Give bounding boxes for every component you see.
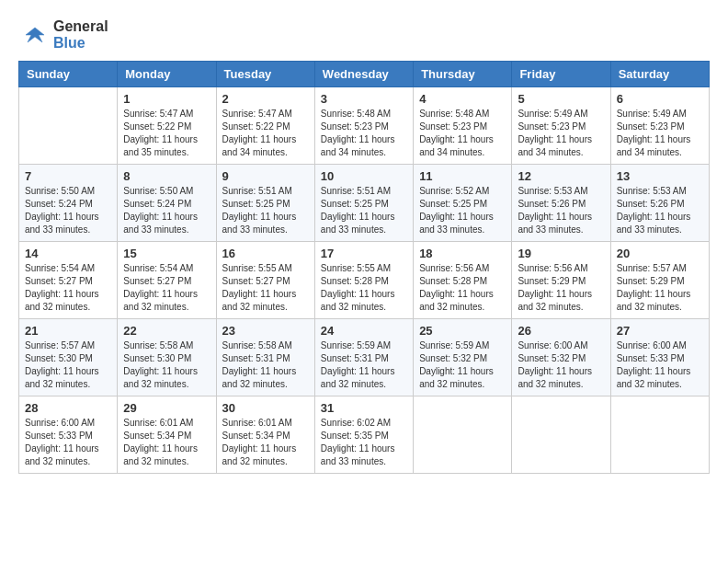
calendar-cell: 1Sunrise: 5:47 AMSunset: 5:22 PMDaylight… (118, 87, 216, 165)
day-number: 14 (25, 247, 111, 260)
day-number: 31 (321, 401, 407, 415)
day-info: Sunrise: 5:57 AMSunset: 5:29 PMDaylight:… (617, 262, 703, 314)
calendar-cell: 30Sunrise: 6:01 AMSunset: 5:34 PMDayligh… (216, 396, 314, 474)
calendar-cell: 3Sunrise: 5:48 AMSunset: 5:23 PMDaylight… (314, 87, 413, 165)
day-number: 26 (518, 324, 604, 338)
calendar-week-row: 7Sunrise: 5:50 AMSunset: 5:24 PMDaylight… (19, 165, 710, 242)
calendar-week-row: 14Sunrise: 5:54 AMSunset: 5:27 PMDayligh… (19, 242, 710, 319)
calendar-cell: 20Sunrise: 5:57 AMSunset: 5:29 PMDayligh… (610, 242, 709, 319)
day-info: Sunrise: 5:58 AMSunset: 5:30 PMDaylight:… (123, 339, 210, 391)
day-number: 23 (222, 324, 309, 338)
logo-general: General (53, 18, 108, 35)
calendar-cell: 15Sunrise: 5:54 AMSunset: 5:27 PMDayligh… (118, 242, 216, 319)
day-number: 13 (617, 169, 703, 183)
day-info: Sunrise: 5:52 AMSunset: 5:25 PMDaylight:… (419, 185, 506, 236)
calendar-cell: 8Sunrise: 5:50 AMSunset: 5:24 PMDaylight… (118, 165, 216, 242)
calendar-cell: 6Sunrise: 5:49 AMSunset: 5:23 PMDaylight… (610, 87, 709, 165)
calendar-cell: 22Sunrise: 5:58 AMSunset: 5:30 PMDayligh… (118, 319, 216, 396)
day-info: Sunrise: 6:02 AMSunset: 5:35 PMDaylight:… (321, 417, 407, 468)
calendar-cell: 26Sunrise: 6:00 AMSunset: 5:32 PMDayligh… (512, 319, 610, 396)
calendar-week-row: 28Sunrise: 6:00 AMSunset: 5:33 PMDayligh… (19, 396, 710, 474)
day-info: Sunrise: 5:59 AMSunset: 5:31 PMDaylight:… (321, 339, 407, 391)
day-info: Sunrise: 5:48 AMSunset: 5:23 PMDaylight:… (419, 108, 506, 159)
day-info: Sunrise: 5:49 AMSunset: 5:23 PMDaylight:… (617, 108, 703, 159)
calendar-cell: 31Sunrise: 6:02 AMSunset: 5:35 PMDayligh… (314, 396, 413, 474)
day-info: Sunrise: 5:58 AMSunset: 5:31 PMDaylight:… (222, 339, 309, 391)
calendar-cell (512, 396, 610, 474)
day-info: Sunrise: 6:01 AMSunset: 5:34 PMDaylight:… (123, 417, 210, 468)
calendar-cell: 2Sunrise: 5:47 AMSunset: 5:22 PMDaylight… (216, 87, 314, 165)
day-info: Sunrise: 6:00 AMSunset: 5:32 PMDaylight:… (518, 339, 604, 391)
calendar-cell: 25Sunrise: 5:59 AMSunset: 5:32 PMDayligh… (414, 319, 512, 396)
day-info: Sunrise: 5:56 AMSunset: 5:28 PMDaylight:… (419, 262, 506, 314)
day-info: Sunrise: 5:51 AMSunset: 5:25 PMDaylight:… (321, 185, 407, 236)
day-info: Sunrise: 6:00 AMSunset: 5:33 PMDaylight:… (617, 339, 703, 391)
day-number: 20 (617, 247, 703, 260)
col-header-tuesday: Tuesday (216, 62, 314, 87)
calendar-cell: 27Sunrise: 6:00 AMSunset: 5:33 PMDayligh… (610, 319, 709, 396)
day-number: 10 (321, 169, 407, 183)
day-info: Sunrise: 5:55 AMSunset: 5:27 PMDaylight:… (222, 262, 309, 314)
calendar-cell: 9Sunrise: 5:51 AMSunset: 5:25 PMDaylight… (216, 165, 314, 242)
day-info: Sunrise: 5:55 AMSunset: 5:28 PMDaylight:… (321, 262, 407, 314)
page-header: General Blue (18, 18, 710, 52)
day-info: Sunrise: 6:00 AMSunset: 5:33 PMDaylight:… (25, 417, 111, 468)
day-number: 18 (419, 247, 506, 260)
day-info: Sunrise: 5:59 AMSunset: 5:32 PMDaylight:… (419, 339, 506, 391)
day-number: 11 (419, 169, 506, 183)
day-number: 9 (222, 169, 309, 183)
day-number: 3 (321, 92, 407, 106)
day-number: 17 (321, 247, 407, 260)
day-info: Sunrise: 6:01 AMSunset: 5:34 PMDaylight:… (222, 417, 309, 468)
logo: General Blue (18, 18, 108, 52)
day-number: 21 (25, 324, 111, 338)
calendar-header-row: SundayMondayTuesdayWednesdayThursdayFrid… (19, 62, 710, 87)
calendar-cell: 28Sunrise: 6:00 AMSunset: 5:33 PMDayligh… (19, 396, 118, 474)
calendar-cell: 4Sunrise: 5:48 AMSunset: 5:23 PMDaylight… (414, 87, 512, 165)
day-number: 6 (617, 92, 703, 106)
calendar-week-row: 21Sunrise: 5:57 AMSunset: 5:30 PMDayligh… (19, 319, 710, 396)
calendar-cell (414, 396, 512, 474)
col-header-sunday: Sunday (19, 62, 118, 87)
day-info: Sunrise: 5:54 AMSunset: 5:27 PMDaylight:… (25, 262, 111, 314)
day-info: Sunrise: 5:49 AMSunset: 5:23 PMDaylight:… (518, 108, 604, 159)
calendar-cell: 23Sunrise: 5:58 AMSunset: 5:31 PMDayligh… (216, 319, 314, 396)
col-header-friday: Friday (512, 62, 610, 87)
day-info: Sunrise: 5:51 AMSunset: 5:25 PMDaylight:… (222, 185, 309, 236)
day-number: 12 (518, 169, 604, 183)
day-number: 29 (123, 401, 210, 415)
calendar-cell: 21Sunrise: 5:57 AMSunset: 5:30 PMDayligh… (19, 319, 118, 396)
day-number: 28 (25, 401, 111, 415)
calendar-cell: 10Sunrise: 5:51 AMSunset: 5:25 PMDayligh… (314, 165, 413, 242)
calendar-cell: 7Sunrise: 5:50 AMSunset: 5:24 PMDaylight… (19, 165, 118, 242)
col-header-wednesday: Wednesday (314, 62, 413, 87)
day-number: 25 (419, 324, 506, 338)
logo-bird-icon (18, 18, 51, 52)
calendar-cell (19, 87, 118, 165)
day-info: Sunrise: 5:48 AMSunset: 5:23 PMDaylight:… (321, 108, 407, 159)
day-number: 24 (321, 324, 407, 338)
calendar-cell: 16Sunrise: 5:55 AMSunset: 5:27 PMDayligh… (216, 242, 314, 319)
day-number: 5 (518, 92, 604, 106)
calendar-cell: 11Sunrise: 5:52 AMSunset: 5:25 PMDayligh… (414, 165, 512, 242)
calendar-cell: 29Sunrise: 6:01 AMSunset: 5:34 PMDayligh… (118, 396, 216, 474)
day-info: Sunrise: 5:53 AMSunset: 5:26 PMDaylight:… (518, 185, 604, 236)
day-info: Sunrise: 5:53 AMSunset: 5:26 PMDaylight:… (617, 185, 703, 236)
calendar-cell: 5Sunrise: 5:49 AMSunset: 5:23 PMDaylight… (512, 87, 610, 165)
calendar-cell: 18Sunrise: 5:56 AMSunset: 5:28 PMDayligh… (414, 242, 512, 319)
day-info: Sunrise: 5:47 AMSunset: 5:22 PMDaylight:… (123, 108, 210, 159)
day-number: 2 (222, 92, 309, 106)
logo-blue: Blue (53, 35, 108, 52)
day-number: 22 (123, 324, 210, 338)
day-info: Sunrise: 5:50 AMSunset: 5:24 PMDaylight:… (123, 185, 210, 236)
day-number: 30 (222, 401, 309, 415)
logo-text-block: General Blue (18, 18, 108, 52)
calendar-cell (610, 396, 709, 474)
day-info: Sunrise: 5:56 AMSunset: 5:29 PMDaylight:… (518, 262, 604, 314)
calendar-cell: 24Sunrise: 5:59 AMSunset: 5:31 PMDayligh… (314, 319, 413, 396)
calendar-cell: 17Sunrise: 5:55 AMSunset: 5:28 PMDayligh… (314, 242, 413, 319)
day-number: 27 (617, 324, 703, 338)
calendar-cell: 13Sunrise: 5:53 AMSunset: 5:26 PMDayligh… (610, 165, 709, 242)
day-info: Sunrise: 5:54 AMSunset: 5:27 PMDaylight:… (123, 262, 210, 314)
day-number: 19 (518, 247, 604, 260)
